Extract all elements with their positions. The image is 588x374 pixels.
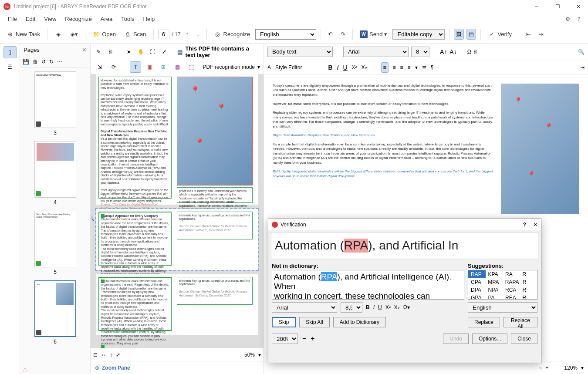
menu-area[interactable]: Area: [96, 14, 117, 24]
align-justify-button[interactable]: ≡: [408, 64, 411, 71]
thumbnail-6[interactable]: text: [34, 280, 76, 337]
skip-all-button[interactable]: Skip All: [299, 317, 329, 327]
picture-region-tool[interactable]: ▣: [144, 61, 155, 73]
rotate-right-icon[interactable]: ↻: [49, 59, 54, 65]
font-size-select[interactable]: 8,5: [411, 47, 429, 57]
menu-tools[interactable]: Tools: [117, 14, 139, 24]
background-region-tool[interactable]: ⬚: [186, 61, 197, 73]
arrow-ud-icon[interactable]: ↕: [110, 352, 112, 358]
replace-button[interactable]: Replace: [468, 317, 500, 327]
zoom-out-button[interactable]: −: [302, 335, 306, 343]
verif-zoom-select[interactable]: 200%: [272, 334, 298, 344]
recognize-button[interactable]: ◎ Recognize: [211, 29, 253, 40]
replace-all-button[interactable]: Replace All: [504, 317, 537, 327]
send-button[interactable]: W Send ▾: [357, 29, 390, 40]
chevron-down-icon[interactable]: ▾: [415, 64, 418, 71]
more-icon[interactable]: ⋯: [57, 59, 62, 65]
suggestions-list[interactable]: RAP KPA RA R CPA MPA RAPA R DPA NPA RCA …: [468, 270, 537, 300]
symbol-button[interactable]: Ω▾: [403, 304, 410, 310]
page-up-button[interactable]: ↑: [183, 29, 192, 39]
subscript-button[interactable]: X₂: [394, 304, 400, 310]
language-select[interactable]: English: [255, 29, 316, 40]
mode-select[interactable]: Editable copy: [392, 29, 445, 40]
scan-button[interactable]: ⎙ Scan: [121, 29, 149, 40]
zoom-pane-label[interactable]: Zoom Pane: [102, 365, 130, 371]
chevron-down-icon[interactable]: ▾: [581, 365, 584, 371]
tree-icon[interactable]: ⊟: [93, 352, 98, 358]
verify-button[interactable]: ✓ Verify: [485, 29, 514, 40]
pilcrow-button[interactable]: ¶: [431, 64, 433, 71]
verification-text-area[interactable]: Automation (RPA), and Artificial Intelli…: [272, 270, 464, 300]
align-center-button[interactable]: ≡: [393, 64, 396, 71]
bookmarks-tab[interactable]: ☰: [3, 61, 17, 73]
increase-font-icon[interactable]: A↑: [440, 48, 447, 55]
arrow-lr-icon[interactable]: ↔: [101, 352, 106, 358]
maximize-button[interactable]: ☐: [551, 1, 564, 12]
image-mode-button[interactable]: 🖼: [454, 29, 464, 40]
underline-button[interactable]: U: [378, 304, 382, 310]
italic-button[interactable]: I: [337, 64, 339, 71]
align-right-button[interactable]: ≡: [400, 64, 403, 71]
delete-icon[interactable]: 🗑: [33, 59, 38, 65]
layers-button[interactable]: ◈: [52, 29, 65, 40]
symbol-icon[interactable]: Ω: [467, 49, 471, 55]
settings-icon[interactable]: ⚙: [562, 13, 573, 25]
align-left-button[interactable]: ≡: [381, 62, 389, 73]
minimize-button[interactable]: ─: [531, 1, 543, 12]
barcode-region-tool[interactable]: ▦: [172, 61, 183, 73]
style-editor-label[interactable]: Style Editor: [275, 64, 302, 71]
add-dictionary-button[interactable]: Add to Dictionary: [333, 317, 386, 327]
pointer-icon[interactable]: ➤: [125, 46, 134, 57]
help-icon[interactable]: ?: [573, 13, 585, 25]
warning-icon[interactable]: ⚠: [23, 367, 27, 373]
open-button[interactable]: 📁 Open: [90, 29, 118, 40]
text-mode-button[interactable]: ▤: [466, 29, 476, 40]
hand-icon[interactable]: ✋: [136, 46, 145, 57]
dialog-close-button[interactable]: ✕: [533, 222, 537, 228]
zoom-in-button[interactable]: +: [545, 365, 548, 371]
menu-recognize[interactable]: Recognize: [61, 14, 96, 24]
new-page-icon[interactable]: ⎘: [474, 49, 477, 55]
font-select[interactable]: Arial: [343, 47, 409, 57]
indent-button[interactable]: ⇥: [580, 64, 585, 71]
menu-edit[interactable]: Edit: [21, 14, 40, 24]
subscript-button[interactable]: X₂: [362, 64, 367, 71]
export-icon[interactable]: ⇲: [94, 61, 105, 73]
magnifier-icon[interactable]: 🔍: [91, 215, 95, 221]
zoom-out-button[interactable]: −: [539, 365, 542, 371]
italic-button[interactable]: I: [373, 304, 375, 310]
underline-button[interactable]: U: [343, 64, 347, 71]
page-number-input[interactable]: [158, 30, 169, 39]
verif-font-select[interactable]: Arial: [272, 302, 337, 313]
fit-icon[interactable]: ⤢: [116, 352, 120, 358]
crop-icon[interactable]: ⟳: [108, 61, 119, 73]
dialog-help-button[interactable]: ?: [523, 222, 526, 228]
chevron-down-icon[interactable]: ▾: [257, 64, 260, 70]
verif-lang-select[interactable]: English: [468, 302, 537, 313]
layers-dropdown[interactable]: ◈▾: [68, 29, 81, 40]
table-region-tool[interactable]: ⊞: [158, 61, 169, 73]
thumbnail-5[interactable]: Tech Savvy Customers Are Driving Digital…: [34, 211, 76, 267]
skip-button[interactable]: Skip: [272, 317, 296, 327]
decrease-font-icon[interactable]: A↓: [449, 48, 456, 55]
thumbnail-3[interactable]: Executive Overview: [34, 71, 76, 128]
new-task-button[interactable]: ⊕ New Task: [3, 29, 43, 40]
expand-icon[interactable]: ⤢: [159, 46, 169, 57]
thumbnail-4[interactable]: [34, 141, 76, 198]
undo-button[interactable]: ↶: [325, 29, 335, 39]
menu-help[interactable]: Help: [139, 14, 159, 24]
menu-view[interactable]: View: [40, 14, 61, 24]
superscript-button[interactable]: X²: [352, 64, 357, 71]
close-button[interactable]: ✕: [572, 1, 585, 12]
close-pages-button[interactable]: ✕: [82, 47, 87, 53]
prev-button[interactable]: ⇤: [524, 29, 534, 39]
save-icon[interactable]: 💾: [23, 59, 29, 65]
pages-tab[interactable]: ▯: [3, 46, 17, 58]
search-icon[interactable]: 🔍: [578, 49, 585, 55]
edit-image-icon[interactable]: ✎: [94, 46, 103, 57]
next-button[interactable]: ⇥: [536, 29, 546, 39]
bold-button[interactable]: B: [328, 64, 332, 71]
menu-file[interactable]: File: [3, 14, 21, 24]
chevron-down-icon[interactable]: ▾: [258, 352, 261, 358]
fullscreen-icon[interactable]: ⛶: [148, 46, 157, 57]
